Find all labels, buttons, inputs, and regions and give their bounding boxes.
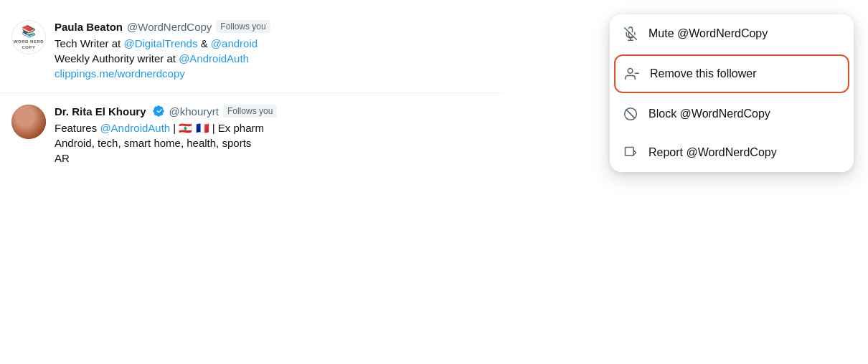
followers-list: 📚 WORD NERD COPY Paula Beaton @WordNerdC… (0, 0, 502, 186)
verified-badge-rita (152, 105, 165, 118)
menu-item-block[interactable]: Block @WordNerdCopy (610, 95, 854, 133)
report-icon (623, 145, 638, 161)
svg-line-6 (626, 110, 635, 118)
user-info-paula: Paula Beaton @WordNerdCopy Follows you T… (55, 20, 491, 81)
mute-icon (623, 26, 638, 42)
handle-paula: @WordNerdCopy (127, 21, 212, 33)
context-menu: Mute @WordNerdCopy Remove this follower … (610, 14, 854, 172)
block-label: Block @WordNerdCopy (648, 107, 770, 120)
user-header-paula: Paula Beaton @WordNerdCopy Follows you (55, 20, 491, 33)
avatar-paula: 📚 WORD NERD COPY (11, 20, 46, 54)
menu-item-remove-follower[interactable]: Remove this follower (614, 54, 849, 93)
mute-label: Mute @WordNerdCopy (648, 27, 768, 40)
avatar-rita (11, 105, 46, 139)
user-info-rita: Dr. Rita El Khoury @khouryrt Follows you… (55, 105, 491, 166)
report-label: Report @WordNerdCopy (648, 146, 777, 159)
mention-androidauth-rita[interactable]: @AndroidAuth (100, 122, 170, 134)
link-clippings[interactable]: clippings.me/wordnerdcopy (55, 67, 185, 80)
mention-android[interactable]: @android (211, 37, 258, 49)
divider-1 (0, 92, 502, 93)
menu-item-mute[interactable]: Mute @WordNerdCopy (610, 14, 854, 53)
menu-item-report[interactable]: Report @WordNerdCopy (610, 133, 854, 172)
bio-rita: Features @AndroidAuth | 🇱🇧 🇫🇷 | Ex pharm… (55, 120, 491, 166)
bio-paula: Tech Writer at @DigitalTrends & @android… (55, 36, 491, 81)
follows-badge-paula: Follows you (216, 20, 270, 33)
display-name-rita: Dr. Rita El Khoury (55, 105, 146, 118)
handle-rita: @khouryrt (169, 105, 219, 118)
svg-point-3 (628, 69, 633, 74)
block-icon (623, 106, 638, 122)
user-card-paula: 📚 WORD NERD COPY Paula Beaton @WordNerdC… (0, 11, 502, 90)
mention-android-auth[interactable]: @AndroidAuth (179, 52, 249, 64)
rita-face (11, 105, 46, 139)
remove-follower-icon (624, 66, 640, 82)
display-name-paula: Paula Beaton (55, 21, 123, 33)
mention-digital-trends[interactable]: @DigitalTrends (123, 37, 197, 49)
svg-rect-7 (626, 148, 634, 156)
follows-badge-rita: Follows you (223, 105, 277, 118)
user-header-rita: Dr. Rita El Khoury @khouryrt Follows you (55, 105, 491, 118)
user-card-rita: Dr. Rita El Khoury @khouryrt Follows you… (0, 96, 502, 174)
remove-follower-label: Remove this follower (650, 67, 757, 80)
